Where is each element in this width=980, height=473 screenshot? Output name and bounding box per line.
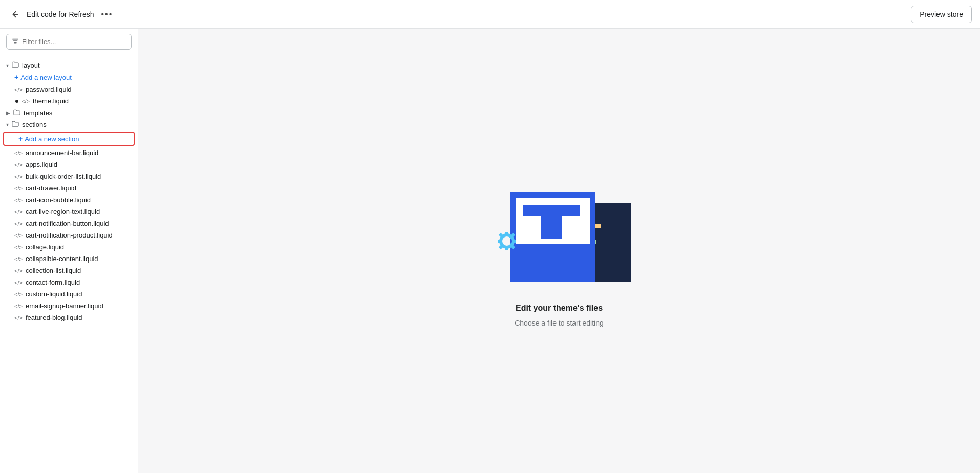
svg-point-25 [504, 239, 509, 244]
svg-rect-0 [13, 14, 18, 15]
sidebar-item-cart-live-region[interactable]: </> cart-live-region-text.liquid [0, 206, 138, 218]
file-label: collection-list.liquid [26, 267, 81, 274]
code-icon: </> [14, 221, 23, 227]
svg-rect-2 [13, 40, 18, 41]
svg-rect-27 [505, 246, 508, 250]
sidebar-item-collection-list[interactable]: </> collection-list.liquid [0, 265, 138, 276]
code-icon: </> [14, 315, 23, 321]
file-label: cart-live-region-text.liquid [26, 208, 100, 216]
code-icon: </> [14, 174, 23, 180]
file-label: featured-blog.liquid [26, 314, 82, 321]
file-label: announcement-bar.liquid [26, 149, 98, 157]
sidebar-item-cart-drawer[interactable]: </> cart-drawer.liquid [0, 182, 138, 194]
content-area: Edit your theme's files Choose a file to… [138, 29, 980, 473]
chevron-down-icon: ▾ [6, 122, 9, 127]
svg-rect-28 [498, 240, 502, 243]
sidebar-item-custom-liquid[interactable]: </> custom-liquid.liquid [0, 288, 138, 300]
sidebar-item-bulk-quick-order[interactable]: </> bulk-quick-order-list.liquid [0, 170, 138, 182]
sidebar-item-templates-folder[interactable]: ▶ templates [0, 107, 138, 119]
code-icon: </> [22, 98, 30, 104]
sidebar-filter-area [0, 29, 138, 55]
sidebar-item-theme-liquid[interactable]: </> theme.liquid [0, 95, 138, 107]
sidebar-item-cart-notification-button[interactable]: </> cart-notification-button.liquid [0, 218, 138, 229]
sidebar-tree: ▾ layout + Add a new layout </> password… [0, 55, 138, 473]
modified-dot [15, 100, 18, 103]
folder-icon [12, 61, 19, 69]
folder-icon [12, 121, 19, 128]
header: Edit code for Refresh ••• Preview store [0, 0, 980, 29]
sidebar-item-announcement-bar[interactable]: </> announcement-bar.liquid [0, 147, 138, 159]
code-icon: </> [14, 150, 23, 156]
svg-rect-1 [12, 39, 18, 40]
empty-state-subtitle: Choose a file to start editing [515, 319, 604, 327]
svg-rect-3 [14, 42, 16, 44]
file-label: collage.liquid [26, 243, 64, 251]
add-section-label: Add a new section [25, 135, 79, 143]
sidebar-item-contact-form[interactable]: </> contact-form.liquid [0, 276, 138, 288]
sidebar-item-sections-folder[interactable]: ▾ sections [0, 119, 138, 131]
back-button[interactable] [8, 8, 22, 21]
theme-illustration [462, 175, 656, 297]
filter-input[interactable] [22, 38, 126, 46]
file-label: apps.liquid [26, 161, 57, 168]
svg-rect-29 [512, 240, 516, 243]
code-icon: </> [14, 232, 23, 239]
sidebar-item-add-layout[interactable]: + Add a new layout [0, 71, 138, 83]
file-label: bulk-quick-order-list.liquid [26, 173, 101, 180]
code-icon: </> [14, 303, 23, 309]
password-liquid-label: password.liquid [26, 85, 72, 93]
add-layout-link[interactable]: + Add a new layout [14, 73, 72, 81]
svg-rect-23 [541, 216, 562, 239]
code-icon: </> [14, 280, 23, 286]
code-icon: </> [14, 256, 23, 262]
more-options-button[interactable]: ••• [99, 7, 115, 22]
page-title: Edit code for Refresh [27, 10, 94, 18]
filter-icon [12, 37, 19, 46]
svg-rect-26 [505, 232, 508, 236]
file-label: cart-notification-button.liquid [26, 220, 109, 227]
code-icon: </> [14, 162, 23, 168]
templates-folder-label: templates [24, 109, 52, 117]
code-icon: </> [14, 209, 23, 215]
theme-liquid-label: theme.liquid [33, 97, 69, 105]
preview-store-button[interactable]: Preview store [911, 6, 972, 23]
ellipsis-icon: ••• [101, 10, 113, 18]
sidebar-item-collapsible-content[interactable]: </> collapsible-content.liquid [0, 253, 138, 265]
sidebar-item-add-section[interactable]: + Add a new section [3, 132, 135, 146]
sidebar-item-cart-notification-product[interactable]: </> cart-notification-product.liquid [0, 229, 138, 241]
chevron-down-icon: ▾ [6, 62, 9, 68]
empty-state: Edit your theme's files Choose a file to… [462, 175, 656, 327]
code-icon: </> [14, 291, 23, 297]
file-label: collapsible-content.liquid [26, 255, 98, 263]
add-layout-label: Add a new layout [20, 74, 72, 81]
file-label: cart-notification-product.liquid [26, 231, 113, 239]
file-label: custom-liquid.liquid [26, 290, 82, 298]
code-icon: </> [14, 87, 23, 93]
svg-rect-22 [523, 205, 580, 216]
folder-icon [13, 109, 20, 117]
main-layout: ▾ layout + Add a new layout </> password… [0, 29, 980, 473]
sidebar-item-collage[interactable]: </> collage.liquid [0, 241, 138, 253]
file-label: email-signup-banner.liquid [26, 302, 103, 310]
sidebar-item-cart-icon-bubble[interactable]: </> cart-icon-bubble.liquid [0, 194, 138, 206]
filter-input-wrap [6, 34, 132, 50]
code-icon: </> [14, 185, 23, 191]
file-label: contact-form.liquid [26, 278, 80, 286]
sidebar: ▾ layout + Add a new layout </> password… [0, 29, 138, 473]
sidebar-item-apps[interactable]: </> apps.liquid [0, 159, 138, 170]
code-icon: </> [14, 197, 23, 203]
chevron-right-icon: ▶ [6, 110, 10, 116]
sections-folder-label: sections [22, 121, 47, 128]
sidebar-item-email-signup-banner[interactable]: </> email-signup-banner.liquid [0, 300, 138, 312]
code-icon: </> [14, 268, 23, 274]
plus-icon: + [18, 135, 23, 143]
header-left: Edit code for Refresh ••• [8, 7, 115, 22]
sidebar-item-layout-folder[interactable]: ▾ layout [0, 59, 138, 71]
plus-icon: + [14, 73, 18, 81]
code-icon: </> [14, 244, 23, 250]
sidebar-item-featured-blog[interactable]: </> featured-blog.liquid [0, 312, 138, 324]
add-section-link[interactable]: + Add a new section [18, 135, 79, 143]
file-label: cart-drawer.liquid [26, 184, 76, 192]
empty-state-title: Edit your theme's files [516, 304, 603, 313]
sidebar-item-password-liquid[interactable]: </> password.liquid [0, 83, 138, 95]
